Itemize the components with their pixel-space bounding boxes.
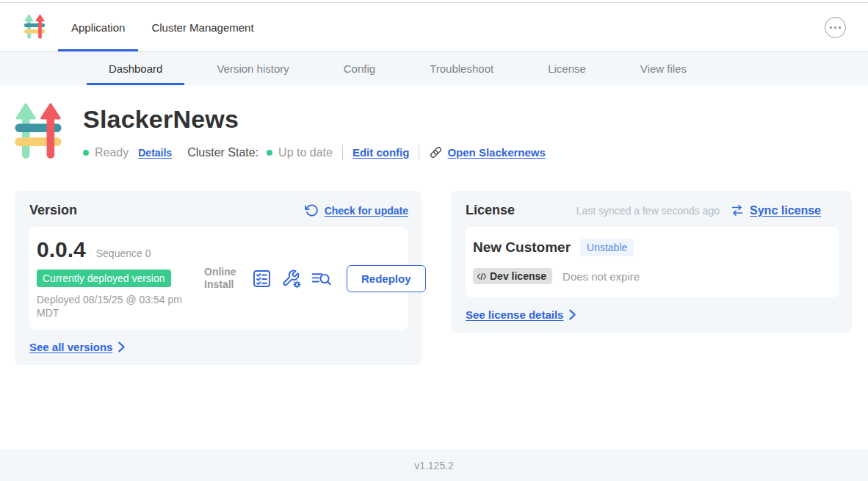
subnav-license-label: License (548, 62, 586, 75)
app-status-dot (83, 150, 89, 156)
check-for-update-label: Check for update (325, 205, 408, 217)
license-type-badge: Dev license (473, 268, 552, 284)
channel-badge: Unstable (580, 239, 634, 256)
sync-license-label: Sync license (750, 204, 821, 217)
subnav-dashboard-label: Dashboard (109, 62, 162, 75)
edit-config-link[interactable]: Edit config (352, 146, 410, 159)
app-sub-nav: Dashboard Version history Config Trouble… (0, 52, 868, 85)
subnav-tab-view-files[interactable]: View files (618, 52, 709, 85)
subnav-tab-troubleshoot[interactable]: Troubleshoot (408, 52, 516, 85)
wrench-gear-config-icon[interactable] (281, 269, 301, 289)
see-license-details-label: See license details (466, 308, 563, 321)
subnav-tab-config[interactable]: Config (322, 52, 397, 85)
tab-cluster-management[interactable]: Cluster Management (138, 3, 267, 51)
open-app-link[interactable]: Open Slackernews (429, 145, 545, 159)
version-sequence: Sequence 0 (96, 247, 151, 259)
license-last-synced: Last synced a few seconds ago (576, 205, 720, 217)
slackernews-logo-icon (24, 14, 45, 40)
deployed-timestamp: Deployed 08/15/25 @ 03:54 pm MDT (37, 293, 194, 319)
dashboard-main: SlackerNews Ready Details Cluster State:… (0, 85, 868, 449)
subnav-tab-version-history[interactable]: Version history (195, 52, 311, 85)
sync-license-link[interactable]: Sync license (730, 203, 821, 217)
console-footer: v1.125.2 (0, 449, 868, 481)
see-license-details-link[interactable]: See license details (466, 308, 839, 321)
subnav-tab-dashboard[interactable]: Dashboard (87, 52, 184, 85)
cluster-state-dot (267, 150, 272, 156)
version-card-title: Version (29, 203, 77, 218)
cluster-state-text: Up to date (278, 146, 333, 159)
dashboard-cards: Version Check for update 0.0.4 Sequ (15, 191, 852, 365)
chevron-right-icon (568, 309, 576, 320)
license-card: License Last synced a few seconds ago Sy… (451, 191, 852, 333)
refresh-icon (305, 203, 319, 217)
version-number: 0.0.4 (37, 237, 86, 262)
subnav-version-history-label: Version history (217, 62, 289, 75)
subnav-tab-license[interactable]: License (526, 52, 608, 85)
cluster-state-label: Cluster State: (187, 146, 258, 159)
subnav-config-label: Config (344, 62, 375, 75)
details-link[interactable]: Details (138, 147, 172, 159)
primary-nav: Application Cluster Management (58, 3, 267, 51)
subnav-troubleshoot-label: Troubleshoot (430, 62, 493, 75)
install-type-label: Online Install (204, 266, 242, 291)
current-version-panel: 0.0.4 Sequence 0 Currently deployed vers… (29, 227, 408, 330)
top-bar: Application Cluster Management (0, 3, 868, 52)
tab-application[interactable]: Application (58, 3, 138, 51)
subnav-view-files-label: View files (640, 62, 687, 75)
customer-name: New Customer (473, 239, 571, 256)
page-title: SlackerNews (83, 105, 546, 134)
license-type-label: Dev license (490, 270, 546, 282)
app-status-row: Ready Details Cluster State: Up to date … (83, 145, 546, 160)
ellipsis-menu-icon (830, 26, 832, 29)
license-card-title: License (466, 203, 515, 218)
see-all-versions-label: See all versions (29, 341, 112, 353)
check-for-update-link[interactable]: Check for update (305, 203, 408, 217)
app-header: SlackerNews Ready Details Cluster State:… (15, 103, 852, 162)
open-app-link-label: Open Slackernews (447, 146, 545, 159)
overflow-menu-button[interactable] (825, 17, 846, 38)
divider (342, 145, 343, 160)
tab-application-label: Application (71, 21, 125, 34)
tab-cluster-management-label: Cluster Management (151, 21, 253, 34)
app-logo-icon (15, 103, 62, 162)
license-expiration: Does not expire (563, 270, 640, 283)
version-card: Version Check for update 0.0.4 Sequ (15, 191, 422, 365)
divider (419, 145, 419, 160)
license-summary-panel: New Customer Unstable Dev license (466, 227, 839, 297)
chain-link-icon (429, 145, 443, 159)
console-version: v1.125.2 (414, 460, 454, 471)
see-all-versions-link[interactable]: See all versions (29, 341, 408, 353)
view-files-search-icon[interactable] (311, 269, 332, 289)
sync-arrows-icon (730, 203, 745, 217)
preflight-checklist-icon[interactable] (252, 269, 272, 289)
currently-deployed-badge: Currently deployed version (37, 270, 171, 287)
app-status-text: Ready (95, 146, 129, 159)
chevron-right-icon (117, 341, 126, 352)
redeploy-button[interactable]: Redeploy (347, 265, 426, 292)
code-brackets-icon (477, 272, 487, 281)
